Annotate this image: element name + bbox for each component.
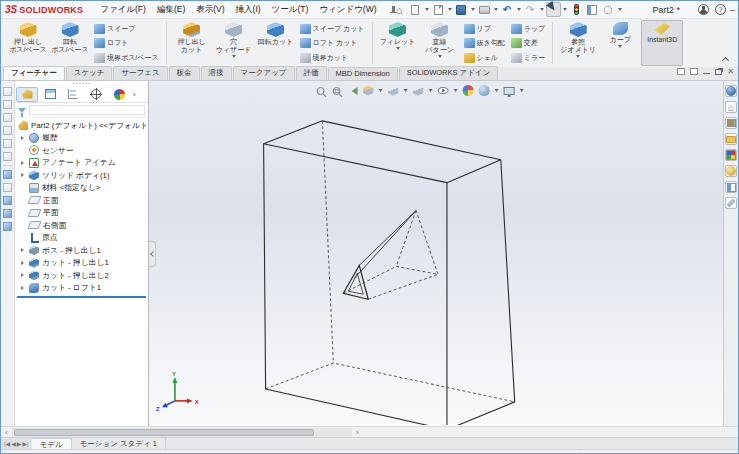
undo-icon[interactable]: ↶ <box>500 2 515 17</box>
doc-close-icon[interactable]: ✕ <box>727 68 734 75</box>
copy-settings-icon[interactable] <box>3 209 12 218</box>
forum-icon[interactable] <box>725 197 737 209</box>
sketch-tool-icon[interactable] <box>3 183 12 192</box>
save-caret[interactable] <box>471 8 475 11</box>
view-cube-icon[interactable] <box>3 100 12 109</box>
menu-view[interactable]: 表示(V) <box>191 2 229 18</box>
tab-evaluate[interactable]: 評価 <box>296 66 327 80</box>
rib-button[interactable]: リブ <box>462 22 507 35</box>
tree-item-cut-extrude2[interactable]: カット - 押し出し2 <box>15 269 148 282</box>
doc-window-icon-b[interactable] <box>690 68 698 75</box>
user-account-icon[interactable] <box>696 2 711 17</box>
file-explorer-icon[interactable] <box>725 133 737 145</box>
tree-item-annotations[interactable]: アノテート アイテム <box>15 157 148 170</box>
menu-edit[interactable]: 編集(E) <box>152 2 190 18</box>
curves-button[interactable]: カーブ <box>599 20 641 66</box>
rebuild-traffic-light-icon[interactable] <box>569 2 584 17</box>
menu-tools[interactable]: ツール(T) <box>267 2 314 18</box>
view-palette-icon[interactable] <box>725 149 737 161</box>
open-caret[interactable] <box>448 8 452 11</box>
scroll-right-arrow[interactable]: › <box>352 428 363 437</box>
tree-item-sensors[interactable]: センサー <box>15 144 148 157</box>
print-icon[interactable] <box>477 2 492 17</box>
tree-item-right-plane[interactable]: 右側面 <box>15 219 148 232</box>
reference-geometry-caret[interactable] <box>576 55 580 58</box>
doc-window-icon-a[interactable] <box>677 68 685 75</box>
tree-item-material[interactable]: 材料 <指定なし> <box>15 182 148 195</box>
save-icon[interactable] <box>454 2 469 17</box>
view-cube-icon[interactable] <box>3 139 12 148</box>
appearances-scenes-icon[interactable] <box>725 165 737 177</box>
shell-button[interactable]: シェル <box>462 51 507 64</box>
tab-sheet-metal[interactable]: 板金 <box>169 66 200 80</box>
loft-button[interactable]: ロフト <box>92 37 161 50</box>
new-document-caret[interactable] <box>425 8 429 11</box>
loft-cut-hidden-edges[interactable] <box>343 211 438 300</box>
tree-item-cut-extrude1[interactable]: カット - 押し出し1 <box>15 257 148 270</box>
view-cube-icon[interactable] <box>3 87 12 96</box>
print-caret[interactable] <box>494 8 498 11</box>
revolve-cut-button[interactable]: 回転カット <box>255 20 297 66</box>
tab-model[interactable]: モデル <box>32 438 72 449</box>
linear-pattern-caret[interactable] <box>438 55 442 58</box>
rollback-bar[interactable] <box>17 296 146 298</box>
custom-properties-icon[interactable] <box>725 181 737 193</box>
redo-icon[interactable]: ↷ <box>523 2 538 17</box>
screen-capture-icon[interactable] <box>3 196 12 205</box>
revolve-boss-button[interactable]: 回転 ボス/ベース <box>49 20 91 66</box>
settings-gear-icon[interactable] <box>601 2 616 17</box>
mirror-button[interactable]: ミラー <box>509 51 548 64</box>
tab-markup[interactable]: マークアップ <box>233 66 295 80</box>
hole-wizard-caret[interactable] <box>232 55 236 58</box>
new-document-icon[interactable] <box>408 2 423 17</box>
scrollbar-thumb[interactable] <box>14 429 314 436</box>
sweep-button[interactable]: スイープ <box>92 22 161 35</box>
menu-insert[interactable]: 挿入(I) <box>231 2 266 18</box>
tree-item-history[interactable]: 履歴 <box>15 132 148 145</box>
tab-sketch[interactable]: スケッチ <box>66 66 113 80</box>
tab-weldments[interactable]: 溶接 <box>201 66 232 80</box>
hole-wizard-button[interactable]: 穴 ウィザード <box>213 20 255 66</box>
select-icon[interactable] <box>546 2 561 17</box>
home-icon[interactable]: ⌂ <box>392 2 407 17</box>
minimize-button[interactable]: – <box>730 3 735 17</box>
panel-overflow-arrow[interactable]: › <box>133 90 136 99</box>
view-cube-icon[interactable] <box>3 126 12 135</box>
box-visible-edges[interactable] <box>264 121 515 425</box>
tree-item-boss-extrude1[interactable]: ボス - 押し出し1 <box>15 244 148 257</box>
doc-restore-icon[interactable] <box>715 69 722 75</box>
select-caret[interactable] <box>563 8 567 11</box>
scroll-left-arrow[interactable]: ‹ <box>1 428 12 437</box>
loft-cut-button[interactable]: ロフト カット <box>298 37 367 50</box>
tab-surfaces[interactable]: サーフェス <box>113 66 167 80</box>
featuremanager-tab[interactable] <box>16 87 38 102</box>
curves-caret[interactable] <box>618 45 622 48</box>
options-list-icon[interactable] <box>585 2 600 17</box>
ribbon-collapse-chevron-icon[interactable] <box>722 57 729 64</box>
tab-motion-study[interactable]: モーション スタディ 1 <box>72 438 166 449</box>
tab-features[interactable]: フィーチャー <box>3 66 65 80</box>
undo-caret[interactable] <box>517 8 521 11</box>
section-tool-icon[interactable] <box>3 170 12 179</box>
propertymanager-tab[interactable] <box>39 87 61 102</box>
tree-item-top-plane[interactable]: 平面 <box>15 207 148 220</box>
filter-funnel-icon[interactable] <box>18 108 26 113</box>
tree-root-part[interactable]: Part2 (デフォルト) <<デフォルト>_表示状態 1 <box>15 119 148 132</box>
resources-home-icon[interactable]: ⌂ <box>725 101 737 113</box>
boundary-boss-button[interactable]: 境界ボス/ベース <box>92 51 161 64</box>
tree-item-solid-bodies[interactable]: ソリッド ボディ(1) <box>15 169 148 182</box>
displaymanager-tab[interactable] <box>108 87 130 102</box>
tree-item-front-plane[interactable]: 正面 <box>15 194 148 207</box>
fillet-caret[interactable] <box>396 47 400 50</box>
tree-item-cut-loft1[interactable]: カット - ロフト1 <box>15 282 148 295</box>
tree-filter-input[interactable] <box>29 105 145 115</box>
copy-settings-icon[interactable] <box>3 222 12 231</box>
tree-item-origin[interactable]: 原点 <box>15 232 148 245</box>
doc-minimize-icon[interactable] <box>703 70 710 74</box>
marketplace-globe-icon[interactable] <box>725 85 737 97</box>
settings-caret[interactable] <box>618 8 622 11</box>
box-hidden-edges[interactable] <box>266 121 515 402</box>
linear-pattern-button[interactable]: 直線 パターン <box>419 20 461 66</box>
sweep-cut-button[interactable]: スイープ カット <box>298 22 367 35</box>
extrude-boss-button[interactable]: 押し出し ボス/ベース <box>7 20 49 66</box>
